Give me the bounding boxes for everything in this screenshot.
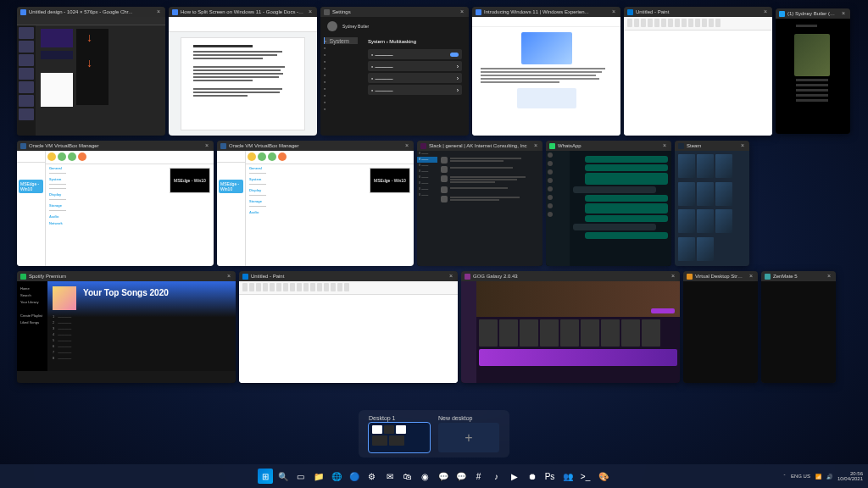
close-icon[interactable]: ×: [610, 8, 617, 15]
window-settings[interactable]: Settings × Sydney Butler ▫ System ▫ ▫ ▫ …: [320, 7, 469, 136]
nav-privacy[interactable]: ▫: [324, 98, 358, 105]
settings-button[interactable]: [58, 152, 66, 161]
tray-volume-icon[interactable]: 🔊: [826, 474, 832, 480]
vm-item-selected[interactable]: MSEdge - Win10: [219, 180, 243, 193]
taskbar-photoshop-icon[interactable]: Ps: [542, 469, 558, 484]
settings-button[interactable]: [258, 152, 266, 161]
window-chrome-figma[interactable]: Untitled design - 868 × 488px - Google …: [17, 7, 165, 136]
new-vm-button[interactable]: [248, 152, 256, 161]
taskbar-chrome-icon[interactable]: 🔵: [347, 469, 362, 484]
taskbar-obs-icon[interactable]: ⏺: [525, 469, 540, 484]
close-icon[interactable]: ×: [748, 273, 754, 280]
vm-item[interactable]: Windows 10: [219, 164, 243, 178]
game-tile[interactable]: [520, 319, 538, 347]
now-playing-bar[interactable]: [17, 371, 236, 383]
window-slack[interactable]: Slack | general | AK Internet Consulting…: [417, 141, 542, 266]
start-button[interactable]: [268, 152, 276, 161]
close-icon[interactable]: ×: [661, 142, 668, 149]
close-icon[interactable]: ×: [459, 8, 465, 15]
start-button[interactable]: [68, 152, 76, 161]
new-vm-button[interactable]: [47, 152, 56, 161]
vm-item-selected[interactable]: MSEdge - Win10: [19, 180, 43, 193]
setting-snap[interactable]: ▫ ———: [368, 49, 462, 59]
taskbar-paint-icon[interactable]: 🎨: [596, 469, 611, 484]
nav-create[interactable]: Create Playlist: [20, 313, 44, 319]
taskbar-start-icon[interactable]: ⊞: [258, 469, 273, 484]
taskbar-discord-icon[interactable]: 💬: [436, 469, 451, 484]
close-icon[interactable]: ×: [826, 273, 832, 280]
game-tile[interactable]: [678, 209, 695, 233]
taskbar-vlc-icon[interactable]: ▶: [507, 469, 522, 484]
tray-date[interactable]: 10/04/2021: [837, 476, 863, 481]
setting-item[interactable]: ▫ ———›: [368, 73, 462, 83]
game-tile[interactable]: [697, 237, 714, 261]
game-tile[interactable]: [499, 319, 518, 347]
nav-personalize[interactable]: ▫: [324, 58, 358, 64]
discard-button[interactable]: [78, 152, 86, 161]
window-google-docs[interactable]: How to Split Screen on Windows 11 - Goog…: [169, 7, 317, 136]
close-icon[interactable]: ×: [155, 8, 162, 15]
taskbar-spotify-icon[interactable]: ♪: [489, 469, 504, 484]
close-icon[interactable]: ×: [840, 10, 847, 17]
game-tile[interactable]: [601, 319, 620, 347]
tray-chevron-icon[interactable]: ˄: [783, 474, 786, 480]
taskbar-whatsapp-icon[interactable]: 💬: [453, 469, 469, 484]
tray-wifi-icon[interactable]: 📶: [815, 474, 821, 480]
window-virtual-desktop[interactable]: Virtual Desktop Streamer ×: [683, 271, 758, 383]
game-tile[interactable]: [715, 154, 732, 178]
nav-update[interactable]: ▫: [324, 105, 358, 112]
window-paint-2[interactable]: Untitled - Paint ×: [239, 271, 458, 383]
window-whatsapp[interactable]: WhatsApp ×: [546, 141, 671, 266]
nav-apps[interactable]: ▫: [324, 64, 358, 71]
close-icon[interactable]: ×: [403, 142, 410, 149]
setting-item[interactable]: ▫ ———›: [368, 85, 462, 95]
close-icon[interactable]: ×: [225, 273, 232, 280]
close-icon[interactable]: ×: [670, 273, 676, 280]
window-chrome-article[interactable]: Introducing Windows 11 | Windows Experie…: [472, 7, 620, 136]
close-icon[interactable]: ×: [307, 8, 314, 15]
game-tile[interactable]: [697, 154, 714, 178]
setting-item[interactable]: ▫ ———›: [368, 61, 462, 71]
nav-library[interactable]: Your Library: [20, 300, 44, 305]
vm-item[interactable]: Windows 10: [19, 164, 43, 178]
window-zenmate[interactable]: ZenMate 5 ×: [761, 271, 836, 383]
desktop-thumbnail-current[interactable]: Desktop 1: [369, 415, 430, 452]
paint-canvas[interactable]: [624, 30, 772, 136]
game-tile[interactable]: [581, 319, 599, 347]
system-tray[interactable]: ˄ ENG US 📶 🔊 20:56 10/04/2021: [783, 471, 863, 481]
nav-gaming[interactable]: ▫: [324, 85, 358, 92]
gog-cta-button[interactable]: [651, 308, 675, 313]
close-icon[interactable]: ×: [203, 142, 210, 149]
close-icon[interactable]: ×: [739, 142, 746, 149]
nav-bluetooth[interactable]: ▫: [324, 44, 358, 51]
game-tile[interactable]: [678, 154, 695, 178]
game-tile[interactable]: [697, 182, 714, 206]
nav-liked[interactable]: Liked Songs: [20, 320, 44, 325]
close-icon[interactable]: ×: [448, 273, 454, 280]
game-tile[interactable]: [715, 182, 732, 206]
game-tile[interactable]: [678, 237, 695, 261]
game-tile[interactable]: [642, 319, 660, 347]
gog-hero-banner[interactable]: [476, 281, 680, 317]
taskbar-steam-icon[interactable]: ◉: [418, 469, 433, 484]
game-tile[interactable]: [621, 319, 640, 347]
taskbar-slack-icon[interactable]: #: [471, 469, 487, 484]
nav-search[interactable]: Search: [20, 293, 44, 298]
close-icon[interactable]: ×: [762, 8, 769, 15]
nav-home[interactable]: Home: [20, 286, 44, 291]
window-gog[interactable]: GOG Galaxy 2.0.43 ×: [461, 271, 680, 383]
game-tile[interactable]: [540, 319, 559, 347]
taskbar-task-view-icon[interactable]: ▭: [293, 469, 309, 484]
new-desktop-button[interactable]: New desktop +: [438, 415, 499, 452]
window-steam[interactable]: Steam ×: [675, 141, 749, 266]
nav-accounts[interactable]: ▫: [324, 71, 358, 78]
game-tile[interactable]: [678, 182, 695, 206]
nav-access[interactable]: ▫: [324, 92, 358, 98]
taskbar-store-icon[interactable]: 🛍: [400, 469, 415, 484]
taskbar-mail-icon[interactable]: ✉: [382, 469, 398, 484]
taskbar-terminal-icon[interactable]: >_: [578, 469, 593, 484]
game-tile[interactable]: [715, 209, 732, 233]
nav-system[interactable]: ▫ System: [324, 37, 358, 44]
taskbar-edge-icon[interactable]: 🌐: [329, 469, 344, 484]
taskbar-search-icon[interactable]: 🔍: [275, 469, 291, 484]
